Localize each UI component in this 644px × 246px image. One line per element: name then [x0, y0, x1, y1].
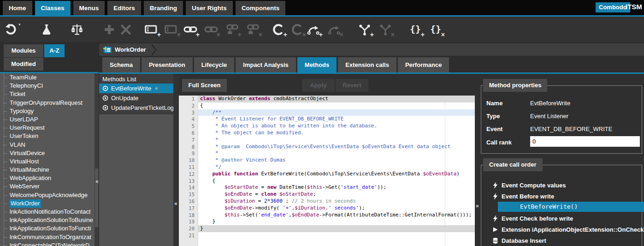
class-tab-schema[interactable]: Schema	[102, 57, 140, 72]
call-order-item-event-compute-values[interactable]: Event Compute values	[492, 181, 566, 189]
sidebar-item-vlan[interactable]: VLAN	[0, 141, 95, 149]
nav-tab-user-rights[interactable]: User Rights	[186, 1, 233, 15]
code-line-2[interactable]: {	[198, 102, 475, 109]
sidebar-item-lnkcommunicationtoorganizat[interactable]: lnkCommunicationToOrganizat	[0, 233, 95, 241]
sidebar-item-lnkapplicationsolutiontofuncti[interactable]: lnkApplicationSolutionToFuncti	[0, 224, 95, 233]
code-line-3[interactable]: /**	[198, 109, 475, 116]
methods-list-box: Methods List EvtBeforeWrite★OnUpdateUpda…	[99, 74, 173, 114]
add-branch-button[interactable]: +	[358, 23, 372, 36]
nav-tab-branding[interactable]: Branding	[144, 1, 183, 15]
remove-overlay-icon: ×	[391, 31, 395, 38]
code-line-18[interactable]: $this->Set('end_date',$oEndDate->Format(…	[198, 212, 475, 219]
right-panel-collapse-handle[interactable]: »	[476, 204, 479, 208]
code-line-15[interactable]: $oEndDate = clone $oStartDate;	[198, 191, 475, 198]
sidebar-item-ticket[interactable]: Ticket	[0, 90, 95, 98]
code-line-10[interactable]: * @author Vincent Dumas	[198, 157, 475, 164]
sidebar-tab-modified[interactable]: Modified	[4, 58, 43, 71]
code-line-17[interactable]: $oEndDate->modify( '+'.$iDuration.' seco…	[198, 205, 475, 212]
sidebar-item-lnkapplicationsolutiontobusine[interactable]: lnkApplicationSolutionToBusine	[0, 216, 95, 224]
methods-splitter[interactable]: «	[173, 74, 179, 246]
sidebar-item-teamrule[interactable]: TeamRule	[0, 73, 95, 82]
code-line-20[interactable]: }	[198, 225, 475, 232]
full-screen-button[interactable]: Full Screen	[182, 79, 227, 92]
nav-tab-classes[interactable]: Classes	[35, 1, 71, 15]
add-relation-button[interactable]: +	[271, 23, 285, 36]
methods-collapse-handle[interactable]: «	[174, 201, 177, 206]
nav-tab-menus[interactable]: Menus	[73, 1, 105, 15]
nav-tab-home[interactable]: Home	[3, 1, 32, 15]
class-tab-extension-calls[interactable]: Extension calls	[338, 57, 396, 72]
add-transition-button[interactable]: +	[307, 23, 320, 36]
code-line-5[interactable]: * An object is about to be written into …	[198, 123, 475, 130]
new-class-button[interactable]	[40, 23, 53, 36]
nav-tab-components[interactable]: Components	[236, 1, 286, 15]
add-field-button[interactable]: +	[145, 23, 159, 36]
class-tab-impact-analysis[interactable]: Impact Analysis	[236, 57, 296, 72]
class-tab-lifecycle[interactable]: Lifecycle	[194, 57, 235, 72]
sidebar-item-label: TriggerOnApprovalRequest	[10, 99, 83, 106]
sidebar-item-webserver[interactable]: WebServer	[0, 182, 95, 191]
undo-button[interactable]: ▾	[4, 23, 18, 36]
add-link-button[interactable]: +	[183, 23, 197, 36]
code-line-4[interactable]: * Event Listener for EVENT_DB_BEFORE_WRI…	[198, 116, 475, 123]
method-item-onupdate[interactable]: OnUpdate	[99, 93, 173, 103]
call-order-item-extension-iapplicationobjectextension-on[interactable]: Extension iApplicationObjectExtension::O…	[492, 226, 644, 234]
method-item-updateparentticketlog[interactable]: UpdateParentTicketLog	[99, 103, 173, 113]
code-line-12[interactable]: public function EvtBeforeWrite(Combodo\i…	[198, 171, 475, 178]
sidebar-tab-a-z[interactable]: A-Z	[44, 44, 65, 57]
class-tab-performance[interactable]: Performance	[398, 57, 449, 72]
sidebar-item-triggeronapprovalrequest[interactable]: TriggerOnApprovalRequest	[0, 99, 95, 107]
remove-method-button[interactable]: {}×	[429, 23, 443, 36]
sidebar-collapse-handle[interactable]: «	[95, 179, 99, 184]
code-line-11[interactable]: */	[198, 164, 475, 171]
sidebar-item-label: lnkApplicationSolutionToBusine	[10, 216, 93, 223]
sidebar-item-lnkactionnotificationtocontact[interactable]: lnkActionNotificationToContact	[0, 208, 95, 216]
call-order-item-event-before-write[interactable]: Event Before write	[492, 192, 554, 200]
call-order-item-database-insert[interactable]: Database Insert	[492, 237, 546, 245]
code-line-21[interactable]	[198, 232, 475, 239]
sidebar-item-virtualhost[interactable]: VirtualHost	[0, 157, 95, 166]
sidebar-item-typology[interactable]: Typology	[0, 107, 95, 115]
sidebar-scrollbar-thumb[interactable]	[95, 168, 98, 227]
class-tab-methods[interactable]: Methods	[297, 57, 337, 72]
compare-button[interactable]	[70, 23, 84, 36]
undo-history-caret[interactable]: ▾	[18, 22, 21, 27]
sidebar-item-welcomepopupacknowledge[interactable]: WelcomePopupAcknowledge	[0, 191, 95, 199]
sidebar-item-userldap[interactable]: UserLDAP	[0, 115, 95, 124]
sidebar-tab-modules[interactable]: Modules	[4, 44, 43, 57]
sidebar-item-usertoken[interactable]: UserToken	[0, 132, 95, 140]
sidebar-class-list: TeamRuleTelephonyCITicketTriggerOnApprov…	[0, 73, 95, 246]
sidebar-item-telephonyci[interactable]: TelephonyCI	[0, 82, 95, 90]
editor-code[interactable]: class WorkOrder extends cmdbAbstractObje…	[198, 96, 475, 246]
code-line-8[interactable]: * @param Combodo\iTop\Service\Events\Eve…	[198, 144, 475, 150]
method-item-evtbeforewrite[interactable]: EvtBeforeWrite★	[99, 84, 173, 93]
sidebar-item-virtualmachine[interactable]: VirtualMachine	[0, 166, 95, 174]
sidebar-scrollbar[interactable]	[95, 73, 99, 246]
call-order-selected-evtbeforewrite[interactable]: EvtBeforeWrite()	[498, 202, 644, 212]
code-line-16[interactable]: $iDuration = 2*3600 ; // 2 hours in seco…	[198, 198, 475, 205]
gutter-line-number: 10	[179, 157, 198, 164]
code-line-14[interactable]: $oStartDate = new DateTime($this->Get('s…	[198, 184, 475, 191]
sidebar-item-label: Ticket	[10, 90, 25, 97]
code-line-7[interactable]: *	[198, 137, 475, 144]
brand-badge[interactable]: Combodo	[596, 2, 630, 12]
sidebar-item-workorder[interactable]: WorkOrder	[0, 199, 95, 208]
code-line-6[interactable]: * The object can be modified.	[198, 130, 475, 137]
sidebar-item-virtualdevice[interactable]: VirtualDevice	[0, 149, 95, 157]
code-line-1[interactable]: class WorkOrder extends cmdbAbstractObje…	[198, 96, 475, 102]
code-line-19[interactable]: }	[198, 218, 475, 225]
code-line-13[interactable]: {	[198, 178, 475, 185]
call-rank-input[interactable]	[530, 136, 640, 147]
itop-designer-window: { "brand": { "badge": "Combodo", "name":…	[0, 0, 644, 246]
code-line-9[interactable]: *	[198, 150, 475, 157]
class-tab-presentation[interactable]: Presentation	[142, 57, 193, 72]
breadcrumb-class[interactable]: WorkOrder	[115, 43, 146, 56]
sidebar-item-lnkconnectablecitonetworkd[interactable]: lnkConnectableCIToNetworkD	[0, 241, 95, 246]
add-overlay-icon: +	[370, 31, 374, 38]
sidebar-item-webapplication[interactable]: WebApplication	[0, 174, 95, 182]
code-editor[interactable]: 123456789101112131415161718192021 class …	[179, 96, 475, 246]
add-method-button[interactable]: {}+	[408, 23, 422, 36]
call-order-item-event-check-before-write[interactable]: Event Check before write	[492, 215, 573, 222]
sidebar-item-userrequest[interactable]: UserRequest	[0, 124, 95, 132]
nav-tab-editors[interactable]: Editors	[107, 1, 141, 15]
